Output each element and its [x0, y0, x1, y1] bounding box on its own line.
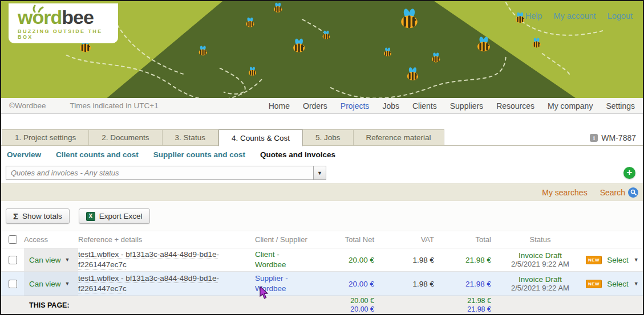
my-searches-link[interactable]: My searches: [542, 188, 587, 197]
logo-text: wordbee: [18, 7, 118, 27]
wordbee-logo[interactable]: wordbee BUZZING OUTSIDE THE BOX: [9, 3, 118, 43]
access-label: Can view: [29, 256, 61, 264]
export-excel-label: Export Excel: [99, 212, 143, 220]
my-account-link[interactable]: My account: [553, 11, 596, 21]
new-badge: NEW: [586, 280, 602, 288]
copyright-text: ©Wordbee: [9, 101, 46, 110]
total-net-value: 20.00 €: [321, 280, 378, 288]
excel-icon: X: [86, 212, 95, 221]
tab-jobs[interactable]: 5. Jobs: [303, 129, 354, 146]
reference-link[interactable]: test1.wbflex - bf131a3c-a844-48d9-bd1e-f…: [78, 274, 219, 293]
tab-documents[interactable]: 2. Documents: [89, 129, 162, 146]
total-value: 21.98 €: [438, 256, 495, 264]
add-plus-icon[interactable]: +: [623, 167, 635, 179]
caret-down-icon: ▼: [65, 257, 70, 263]
total-value: 21.98 €: [438, 280, 495, 288]
footer-total-client: 21.98 €: [438, 297, 491, 305]
new-badge: NEW: [586, 256, 602, 264]
info-icon[interactable]: i: [590, 134, 598, 142]
status-cell: Invoice Draft 2/5/2021 9:22 AM: [495, 275, 586, 292]
select-all-checkbox[interactable]: [9, 235, 17, 244]
subtab-overview[interactable]: Overview: [7, 150, 41, 159]
caret-down-icon: ▼: [65, 281, 70, 287]
logo-antennae-icon: [31, 5, 44, 13]
sigma-icon: Σ: [13, 211, 18, 221]
access-dropdown[interactable]: Can view ▼: [24, 272, 78, 296]
menu-projects[interactable]: Projects: [341, 101, 370, 111]
col-total: Total: [438, 235, 495, 244]
main-navbar: ©Wordbee Times indicated in UTC+1 Home O…: [1, 98, 643, 114]
project-code: WM-7887: [601, 133, 636, 142]
table-header-row: Access Reference + details Client / Supp…: [1, 231, 643, 248]
caret-down-icon[interactable]: ▼: [634, 257, 639, 263]
search-icon[interactable]: [628, 187, 638, 198]
row-checkbox[interactable]: [9, 256, 17, 264]
row-checkbox[interactable]: [9, 280, 17, 288]
footer-net-supplier: 20.00 €: [321, 305, 374, 314]
wordbee-app-window: wordbee BUZZING OUTSIDE THE BOX Help My …: [0, 0, 644, 315]
status-date: 2/5/2021 9:22 AM: [495, 260, 586, 268]
main-menu: Home Orders Projects Jobs Clients Suppli…: [269, 101, 635, 111]
tab-counts-and-cost[interactable]: 4. Counts & Cost: [218, 129, 303, 146]
select-dropdown[interactable]: Select: [607, 256, 629, 264]
project-code-area: i WM-7887: [590, 133, 643, 146]
footer-total: 21.98 € 21.98 €: [438, 297, 495, 314]
status-date: 2/5/2021 9:22 AM: [495, 284, 586, 292]
row-actions: NEW Select ▼: [586, 280, 644, 288]
total-net-value: 20.00 €: [321, 256, 378, 264]
party-client[interactable]: Client - Wordbee: [255, 249, 306, 269]
menu-suppliers[interactable]: Suppliers: [450, 101, 483, 111]
subtab-quotes-invoices[interactable]: Quotes and invoices: [260, 150, 335, 159]
reference-link[interactable]: test1.wbflex - bf131a3c-a844-48d9-bd1e-f…: [78, 250, 219, 269]
logo-bee: bee: [62, 6, 94, 28]
vat-value: 1.98 €: [378, 256, 438, 264]
search-strip: My searches Search: [1, 183, 643, 201]
project-tabs: 1. Project settings 2. Documents 3. Stat…: [1, 129, 643, 146]
help-link[interactable]: Help: [525, 11, 542, 21]
subtab-client-counts[interactable]: Client counts and cost: [56, 150, 139, 159]
timezone-note: Times indicated in UTC+1: [70, 101, 158, 110]
vat-value: 1.98 €: [378, 280, 438, 288]
banner: wordbee BUZZING OUTSIDE THE BOX Help My …: [1, 1, 643, 98]
menu-resources[interactable]: Resources: [496, 101, 534, 111]
footer-net-client: 20.00 €: [321, 297, 374, 305]
table-row: Can view ▼ test1.wbflex - bf131a3c-a844-…: [1, 248, 643, 272]
export-excel-button[interactable]: X Export Excel: [79, 208, 150, 224]
col-access: Access: [24, 235, 78, 244]
menu-clients[interactable]: Clients: [412, 101, 437, 111]
access-dropdown[interactable]: Can view ▼: [24, 248, 78, 271]
counts-subtabs: Overview Client counts and cost Supplier…: [1, 146, 643, 163]
show-totals-button[interactable]: Σ Show totals: [6, 208, 70, 224]
status-cell: Invoice Draft 2/5/2021 9:22 AM: [495, 251, 586, 268]
logo-tagline: BUZZING OUTSIDE THE BOX: [18, 28, 118, 40]
toolbar: Σ Show totals X Export Excel: [1, 201, 643, 231]
tab-reference-material[interactable]: Reference material: [354, 129, 444, 146]
caret-down-icon[interactable]: ▼: [634, 281, 639, 287]
menu-my-company[interactable]: My company: [548, 101, 593, 111]
spacer: [1, 114, 643, 129]
filter-row: ▼ +: [1, 163, 643, 183]
account-links: Help My account Logout: [525, 11, 633, 21]
status-label: Invoice Draft: [495, 251, 586, 260]
col-status: Status: [495, 235, 586, 244]
status-filter-input[interactable]: [6, 166, 313, 179]
tab-project-settings[interactable]: 1. Project settings: [2, 129, 89, 146]
tab-status[interactable]: 3. Status: [163, 129, 218, 146]
subtab-supplier-counts[interactable]: Supplier counts and cost: [153, 150, 245, 159]
menu-home[interactable]: Home: [269, 101, 290, 111]
dropdown-arrow-icon[interactable]: ▼: [313, 166, 326, 179]
status-filter-combo: ▼: [6, 166, 326, 180]
search-link[interactable]: Search: [600, 188, 625, 197]
search-area: Search: [600, 187, 638, 198]
navbar-meta: ©Wordbee Times indicated in UTC+1: [9, 101, 159, 110]
logout-link[interactable]: Logout: [607, 11, 633, 21]
col-vat: VAT: [378, 235, 438, 244]
status-label: Invoice Draft: [495, 275, 586, 284]
show-totals-label: Show totals: [22, 212, 62, 220]
access-label: Can view: [29, 280, 61, 288]
menu-orders[interactable]: Orders: [303, 101, 327, 111]
menu-settings[interactable]: Settings: [606, 101, 635, 111]
footer-total-supplier: 21.98 €: [438, 305, 491, 314]
select-dropdown[interactable]: Select: [607, 280, 629, 288]
menu-jobs[interactable]: Jobs: [382, 101, 399, 111]
